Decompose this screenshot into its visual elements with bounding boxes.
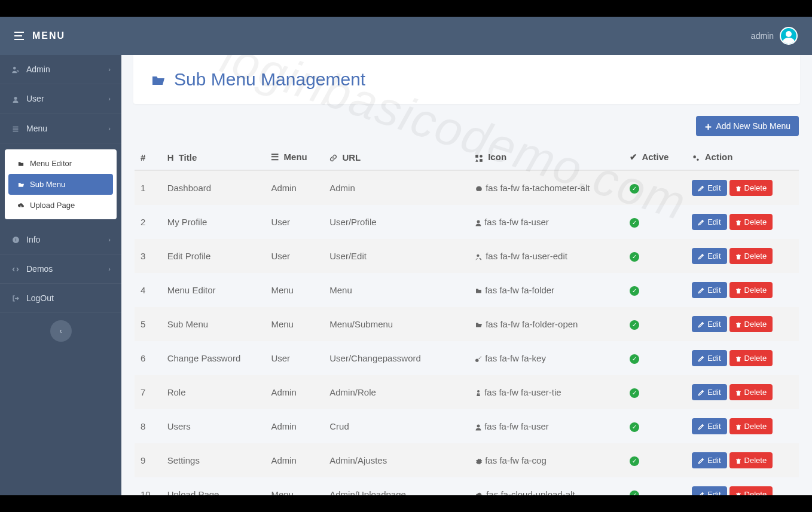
sidebar-item-info[interactable]: i Info › bbox=[0, 225, 121, 255]
delete-button[interactable]: Delete bbox=[729, 384, 773, 400]
cell-menu: Menu bbox=[265, 307, 323, 341]
edit-button[interactable]: Edit bbox=[692, 214, 726, 230]
edit-button[interactable]: Edit bbox=[692, 384, 726, 400]
trash-icon bbox=[735, 490, 741, 495]
cell-menu: Admin bbox=[265, 170, 323, 205]
cell-active: ✓ bbox=[624, 375, 686, 409]
edit-button[interactable]: Edit bbox=[692, 282, 726, 298]
edit-button[interactable]: Edit bbox=[692, 486, 726, 495]
sidebar-item-admin[interactable]: Admin › bbox=[0, 55, 121, 84]
letterbox-bottom bbox=[0, 495, 812, 512]
cell-icon: fas fa-fw fa-folder-open bbox=[469, 307, 624, 341]
sidebar-item-menu[interactable]: Menu › bbox=[0, 114, 121, 143]
check-icon: ✔ bbox=[630, 152, 637, 162]
cell-active: ✓ bbox=[624, 341, 686, 375]
bars-icon: ☰ bbox=[271, 152, 279, 162]
tach-icon bbox=[475, 183, 483, 193]
table-row: 8UsersAdminCrud fas fa-fw fa-user✓ Edit … bbox=[135, 409, 799, 443]
app-root: MENU admin Admin › User › Menu › bbox=[0, 17, 812, 495]
avatar[interactable] bbox=[780, 27, 798, 45]
chevron-right-icon: › bbox=[108, 66, 111, 73]
sidebar-item-logout[interactable]: LogOut bbox=[0, 284, 121, 313]
edit-button[interactable]: Edit bbox=[692, 180, 726, 196]
delete-button[interactable]: Delete bbox=[729, 418, 773, 434]
delete-button[interactable]: Delete bbox=[729, 452, 773, 468]
cell-active: ✓ bbox=[624, 273, 686, 307]
submenu-item-upload-page[interactable]: Upload Page bbox=[8, 195, 113, 216]
trash-icon bbox=[735, 320, 741, 329]
submenu-item-menu-editor[interactable]: Menu Editor bbox=[8, 153, 113, 174]
edit-button[interactable]: Edit bbox=[692, 350, 726, 366]
folder-open-icon bbox=[17, 180, 25, 189]
col-num: # bbox=[135, 145, 161, 170]
submenu-table: # H Title ☰ Menu URL Icon ✔ Active Actio… bbox=[135, 145, 799, 495]
cloud-upload-icon bbox=[475, 489, 484, 495]
delete-button[interactable]: Delete bbox=[729, 486, 773, 495]
user-edit-icon bbox=[475, 251, 483, 261]
add-sub-menu-button[interactable]: Add New Sub Menu bbox=[696, 116, 799, 136]
topbar-right: admin bbox=[751, 27, 798, 45]
edit-button[interactable]: Edit bbox=[692, 418, 726, 434]
cell-menu: Admin bbox=[265, 375, 323, 409]
user-icon bbox=[475, 421, 482, 431]
svg-marker-12 bbox=[475, 159, 478, 162]
svg-point-2 bbox=[14, 97, 17, 100]
cell-num: 7 bbox=[135, 375, 161, 409]
page-header: Sub Menu Management bbox=[133, 55, 800, 104]
icons-icon bbox=[475, 152, 483, 162]
cell-menu: User bbox=[265, 239, 323, 273]
svg-point-20 bbox=[477, 424, 480, 427]
svg-point-15 bbox=[697, 158, 699, 161]
delete-button[interactable]: Delete bbox=[729, 282, 773, 298]
cell-icon: fas fa-fw fa-user bbox=[469, 205, 624, 239]
cell-icon: fas fa-fw fa-folder bbox=[469, 273, 624, 307]
info-icon: i bbox=[11, 235, 20, 244]
delete-button[interactable]: Delete bbox=[729, 248, 773, 264]
cell-action: Edit Delete bbox=[686, 477, 799, 495]
cell-active: ✓ bbox=[624, 409, 686, 443]
cell-title: Change Password bbox=[161, 341, 265, 375]
svg-point-17 bbox=[477, 254, 479, 256]
submenu-item-sub-menu[interactable]: Sub Menu bbox=[8, 174, 113, 195]
edit-button[interactable]: Edit bbox=[692, 452, 726, 468]
sidebar-item-user[interactable]: User › bbox=[0, 84, 121, 114]
heading-icon: H bbox=[167, 152, 174, 163]
user-icon bbox=[11, 94, 20, 103]
sidebar-item-demos[interactable]: Demos › bbox=[0, 255, 121, 284]
sidebar-item-label: Demos bbox=[26, 264, 53, 274]
cell-active: ✓ bbox=[624, 307, 686, 341]
check-circle-icon: ✓ bbox=[630, 184, 639, 194]
check-circle-icon: ✓ bbox=[630, 490, 639, 495]
cell-icon: fas fa-fw fa-cog bbox=[469, 443, 624, 477]
edit-icon bbox=[698, 320, 704, 329]
cell-icon: fas fa-fw fa-key bbox=[469, 341, 624, 375]
cell-title: Role bbox=[161, 375, 265, 409]
menu-toggle[interactable]: MENU bbox=[14, 30, 65, 41]
edit-button[interactable]: Edit bbox=[692, 248, 726, 264]
delete-button[interactable]: Delete bbox=[729, 350, 773, 366]
cell-action: Edit Delete bbox=[686, 239, 799, 273]
key-icon bbox=[475, 353, 483, 363]
cell-action: Edit Delete bbox=[686, 375, 799, 409]
table-row: 9SettingsAdminAdmin/Ajustes fas fa-fw fa… bbox=[135, 443, 799, 477]
delete-button[interactable]: Delete bbox=[729, 180, 773, 196]
submenu-box: Menu Editor Sub Menu Upload Page bbox=[5, 149, 117, 219]
edit-icon bbox=[698, 252, 704, 260]
svg-point-11 bbox=[480, 155, 483, 158]
edit-button[interactable]: Edit bbox=[692, 316, 726, 332]
folder-icon bbox=[475, 285, 483, 295]
sidebar-item-label: Menu bbox=[26, 124, 47, 133]
table-row: 10Upload PageMenuAdmin/Uploadpage fas fa… bbox=[135, 477, 799, 495]
edit-icon bbox=[698, 286, 704, 295]
add-row: Add New Sub Menu bbox=[121, 116, 812, 145]
sidebar-collapse-button[interactable]: ‹ bbox=[50, 320, 72, 342]
col-title: H Title bbox=[161, 145, 265, 170]
submenu-label: Sub Menu bbox=[30, 180, 65, 189]
delete-button[interactable]: Delete bbox=[729, 316, 773, 332]
cell-url: User/Edit bbox=[323, 239, 469, 273]
table-row: 3Edit ProfileUserUser/Edit fas fa-fw fa-… bbox=[135, 239, 799, 273]
cell-menu: Admin bbox=[265, 409, 323, 443]
user-tie-icon bbox=[475, 387, 482, 397]
cell-action: Edit Delete bbox=[686, 443, 799, 477]
delete-button[interactable]: Delete bbox=[729, 214, 773, 230]
